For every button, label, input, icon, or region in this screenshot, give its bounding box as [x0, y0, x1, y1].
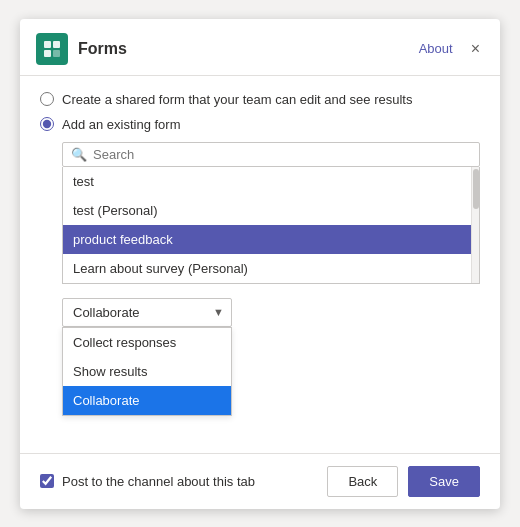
existing-form-radio[interactable] — [40, 117, 54, 131]
svg-rect-2 — [44, 50, 51, 57]
forms-app-icon — [36, 33, 68, 65]
svg-rect-0 — [44, 41, 51, 48]
search-box: 🔍 — [62, 142, 480, 167]
forms-list: test test (Personal) product feedback Le… — [62, 167, 480, 284]
save-button[interactable]: Save — [408, 466, 480, 497]
shared-form-radio[interactable] — [40, 92, 54, 106]
search-icon: 🔍 — [71, 147, 87, 162]
list-item[interactable]: test — [63, 167, 479, 196]
about-link[interactable]: About — [419, 41, 453, 56]
list-item[interactable]: Learn about survey (Personal) — [63, 254, 479, 283]
shared-form-option: Create a shared form that your team can … — [40, 92, 480, 107]
post-to-channel-option: Post to the channel about this tab — [40, 474, 317, 489]
svg-rect-1 — [53, 41, 60, 48]
existing-form-option: Add an existing form — [40, 117, 480, 132]
scrollbar-thumb — [473, 169, 479, 209]
dropdown-item-collect[interactable]: Collect responses — [63, 328, 231, 357]
dialog-footer: Post to the channel about this tab Back … — [20, 453, 500, 509]
post-to-channel-checkbox[interactable] — [40, 474, 54, 488]
close-button[interactable]: × — [467, 38, 484, 60]
dropdown-item-collaborate[interactable]: Collaborate — [63, 386, 231, 415]
list-scrollbar[interactable] — [471, 167, 479, 283]
svg-rect-3 — [53, 50, 60, 57]
dialog-body: Create a shared form that your team can … — [20, 76, 500, 453]
dialog-title: Forms — [78, 40, 419, 58]
dropdown-menu: Collect responses Show results Collabora… — [62, 327, 232, 416]
search-input[interactable] — [93, 147, 471, 162]
list-item[interactable]: test (Personal) — [63, 196, 479, 225]
existing-form-label: Add an existing form — [62, 117, 181, 132]
forms-dialog: Forms About × Create a shared form that … — [20, 19, 500, 509]
list-item-selected[interactable]: product feedback — [63, 225, 479, 254]
dialog-header: Forms About × — [20, 19, 500, 76]
form-search-section: 🔍 test test (Personal) product feedback … — [62, 142, 480, 327]
action-dropdown[interactable]: Collect responses Show results Collabora… — [62, 298, 232, 327]
action-dropdown-container: Collect responses Show results Collabora… — [62, 298, 232, 327]
post-to-channel-label: Post to the channel about this tab — [62, 474, 255, 489]
shared-form-label: Create a shared form that your team can … — [62, 92, 412, 107]
back-button[interactable]: Back — [327, 466, 398, 497]
dropdown-item-show[interactable]: Show results — [63, 357, 231, 386]
